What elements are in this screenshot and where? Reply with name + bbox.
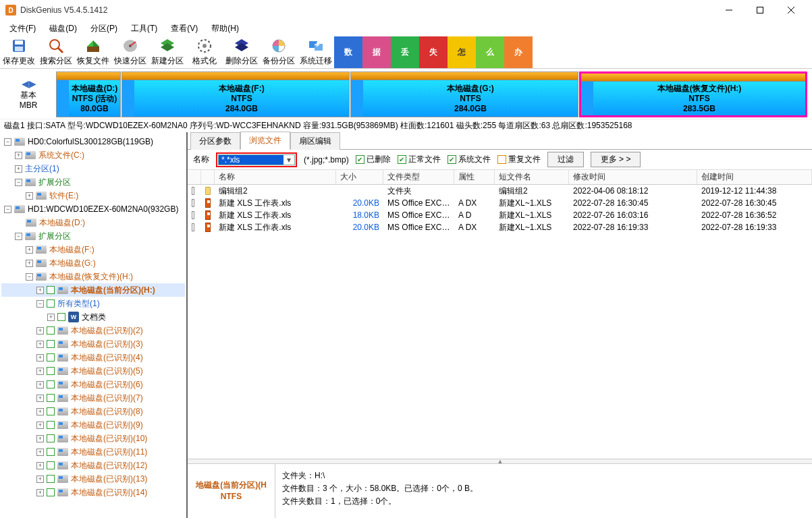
tree-item[interactable]: +本地磁盘(已识别)(7): [1, 391, 185, 405]
tree-item[interactable]: +本地磁盘(已识别)(3): [1, 337, 185, 351]
tree-item[interactable]: +本地磁盘(已识别)(12): [1, 459, 185, 472]
col-mtime[interactable]: 修改时间: [569, 170, 697, 184]
partition-block[interactable]: 本地磁盘(D:)NTFS (活动)80.0GB: [56, 71, 121, 117]
col-ctime[interactable]: 创建时间: [697, 170, 812, 184]
expand-icon[interactable]: +: [47, 314, 55, 321]
expand-icon[interactable]: +: [36, 354, 44, 362]
recover-files-button[interactable]: 恢复文件: [74, 36, 111, 68]
checkbox-deleted[interactable]: ✔已删除: [356, 154, 391, 165]
menu-partition[interactable]: 分区(P): [84, 22, 124, 36]
tree-item[interactable]: +系统文件(C:): [1, 148, 185, 162]
chevron-down-icon[interactable]: ▾: [283, 155, 294, 165]
col-name[interactable]: 名称: [215, 170, 336, 184]
tree-item[interactable]: +本地磁盘(已识别)(4): [1, 351, 185, 364]
checkbox-icon[interactable]: [47, 326, 55, 335]
migrate-os-button[interactable]: 系统迁移: [297, 36, 334, 68]
filter-value[interactable]: *.*xls: [219, 155, 283, 165]
tree-item[interactable]: +本地磁盘(已识别)(13): [1, 472, 185, 486]
partition-block[interactable]: 本地磁盘(恢复文件)(H:)NTFS283.5GB: [579, 71, 807, 117]
partition-block[interactable]: 本地磁盘(G:)NTFS284.0GB: [350, 71, 578, 117]
expand-icon[interactable]: +: [36, 422, 44, 429]
tree-item[interactable]: +本地磁盘(已识别)(14): [1, 486, 185, 499]
checkbox-icon[interactable]: [47, 286, 55, 294]
menu-disk[interactable]: 磁盘(D): [43, 22, 84, 36]
expand-icon[interactable]: +: [36, 381, 44, 388]
checkbox-icon[interactable]: [57, 313, 65, 321]
file-row[interactable]: 编辑组2文件夹编辑组22022-04-06 08:18:122019-12-12…: [188, 185, 812, 197]
checkbox-normal[interactable]: ✔正常文件: [398, 154, 441, 165]
tree-item[interactable]: −扩展分区: [1, 175, 185, 189]
minimize-button[interactable]: [713, 0, 745, 20]
expand-icon[interactable]: +: [26, 246, 33, 254]
tab-browse-files[interactable]: 浏览文件: [240, 132, 290, 150]
maximize-button[interactable]: [745, 0, 776, 20]
partition-block[interactable]: 本地磁盘(F:)NTFS284.0GB: [121, 71, 350, 117]
tree-item[interactable]: −HD1:WDCWD10EZEX-60M2NA0(932GB): [1, 202, 185, 216]
checkbox-icon[interactable]: [47, 488, 55, 496]
tree-item[interactable]: −所有类型(1): [1, 297, 185, 310]
checkbox-icon[interactable]: [47, 461, 55, 469]
expand-icon[interactable]: −: [26, 273, 33, 281]
mbr-block[interactable]: ◀ ▶ 基本MBR: [1, 71, 55, 117]
tree-item[interactable]: +本地磁盘(已识别)(2): [1, 324, 185, 337]
menu-file[interactable]: 文件(F): [3, 22, 43, 36]
checkbox-icon[interactable]: [47, 380, 55, 388]
tree-item[interactable]: −本地磁盘(恢复文件)(H:): [1, 270, 185, 283]
file-row[interactable]: 新建 XLS 工作表.xls20.0KBMS Office EXCE...A D…: [188, 197, 812, 209]
tree-item[interactable]: −扩展分区: [1, 229, 185, 243]
tree-item[interactable]: +本地磁盘(已识别)(11): [1, 445, 185, 459]
expand-icon[interactable]: +: [36, 476, 44, 483]
menu-help[interactable]: 帮助(H): [205, 22, 246, 36]
menu-view[interactable]: 查看(V): [164, 22, 205, 36]
menu-tools[interactable]: 工具(T): [124, 22, 164, 36]
save-changes-button[interactable]: 保存更改: [0, 36, 37, 68]
row-checkbox[interactable]: [192, 223, 194, 231]
search-partition-button[interactable]: 搜索分区: [37, 36, 74, 68]
expand-icon[interactable]: −: [4, 206, 11, 213]
tree-item[interactable]: +本地磁盘(G:): [1, 256, 185, 270]
checkbox-icon[interactable]: [47, 367, 55, 375]
row-checkbox[interactable]: [192, 187, 194, 195]
tree-item[interactable]: +W文档类: [1, 310, 185, 324]
tree-item[interactable]: +本地磁盘(已识别)(6): [1, 378, 185, 391]
checkbox-icon[interactable]: [47, 407, 55, 415]
checkbox-icon[interactable]: [47, 421, 55, 429]
tab-sector-edit[interactable]: 扇区编辑: [290, 132, 340, 150]
more-button[interactable]: 更多 > >: [591, 152, 641, 167]
expand-icon[interactable]: +: [36, 462, 44, 469]
expand-icon[interactable]: +: [36, 408, 44, 415]
expand-icon[interactable]: −: [15, 179, 22, 186]
col-attr[interactable]: 属性: [454, 170, 495, 184]
col-short[interactable]: 短文件名: [495, 170, 569, 184]
expand-icon[interactable]: +: [36, 368, 44, 375]
expand-icon[interactable]: −: [4, 138, 11, 146]
format-button[interactable]: 格式化: [186, 36, 223, 68]
expand-icon[interactable]: +: [36, 449, 44, 456]
expand-icon[interactable]: −: [15, 233, 22, 240]
checkbox-icon[interactable]: [47, 353, 55, 362]
expand-icon[interactable]: +: [15, 152, 22, 159]
checkbox-duplicate[interactable]: 重复文件: [497, 154, 541, 165]
checkbox-icon[interactable]: [47, 299, 55, 308]
checkbox-icon[interactable]: [47, 448, 55, 456]
checkbox-icon[interactable]: [47, 475, 55, 483]
disk-tree[interactable]: −HD0:ColorfulSL300128GB(119GB)+系统文件(C:)+…: [0, 132, 188, 518]
expand-icon[interactable]: +: [26, 192, 33, 200]
file-list-header[interactable]: 名称 大小 文件类型 属性 短文件名 修改时间 创建时间: [188, 170, 812, 185]
delete-partition-button[interactable]: 删除分区: [223, 36, 260, 68]
horizontal-splitter[interactable]: ▲: [188, 459, 812, 464]
tree-item[interactable]: +本地磁盘(已识别)(8): [1, 405, 185, 418]
new-partition-button[interactable]: 新建分区: [148, 36, 186, 68]
tree-item[interactable]: +本地磁盘(已识别)(10): [1, 432, 185, 445]
promo-banner[interactable]: 数 据 丢 失 怎 么 办: [334, 36, 533, 68]
expand-icon[interactable]: +: [36, 287, 44, 294]
checkbox-system[interactable]: ✔系统文件: [448, 154, 491, 165]
filter-name-combo[interactable]: *.*xls ▾: [216, 152, 297, 167]
file-row[interactable]: 新建 XLS 工作表.xls18.0KBMS Office EXCE...A D…: [188, 209, 812, 221]
expand-icon[interactable]: +: [36, 435, 44, 442]
file-row[interactable]: 新建 XLS 工作表.xls20.0KBMS Office EXCE...A D…: [188, 221, 812, 233]
tree-item[interactable]: 本地磁盘(D:): [1, 216, 185, 229]
tab-partition-params[interactable]: 分区参数: [190, 132, 240, 150]
checkbox-icon[interactable]: [47, 434, 55, 442]
backup-partition-button[interactable]: 备份分区: [260, 36, 297, 68]
